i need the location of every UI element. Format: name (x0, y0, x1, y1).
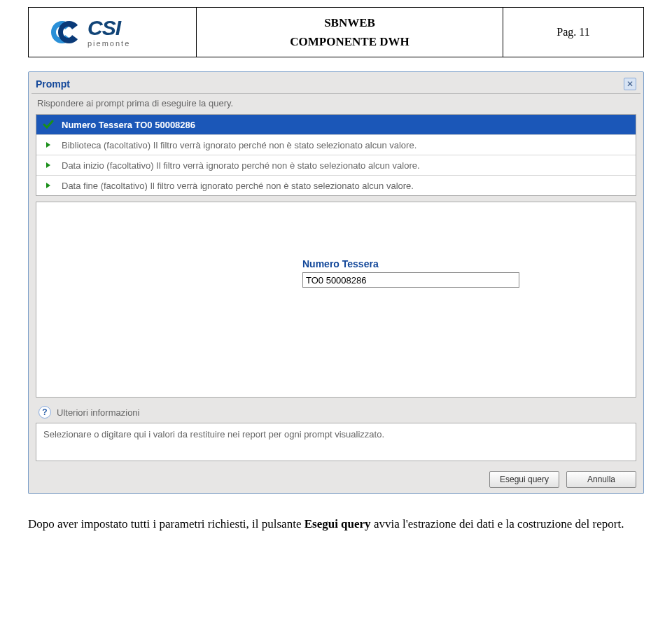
prompt-list: Numero Tessera TO0 50008286 Biblioteca (… (36, 114, 636, 196)
doc-title-cell: SBNWEB COMPONENTE DWH (197, 8, 503, 57)
close-button[interactable]: ✕ (624, 78, 636, 90)
hint-panel: Selezionare o digitare qui i valori da r… (36, 423, 636, 461)
check-icon (42, 118, 55, 131)
prompt-row-label: Biblioteca (facoltativo) Il filtro verrà… (62, 140, 416, 150)
prompt-row-label: Data fine (facoltativo) Il filtro verrà … (62, 181, 414, 191)
doc-title-line2: COMPONENTE DWH (290, 32, 409, 51)
prompt-row-label: Data inizio (facoltativo) Il filtro verr… (62, 160, 420, 171)
dialog-button-row: Esegui query Annulla (31, 467, 640, 491)
csi-logo-icon (50, 18, 83, 46)
arrow-icon (42, 159, 55, 171)
close-icon: ✕ (626, 79, 634, 89)
logo-name: CSI (88, 17, 130, 38)
csi-logo: CSI piemonte (50, 17, 130, 48)
logo-cell: CSI piemonte (29, 8, 197, 57)
more-info-toggle[interactable]: ? Ulteriori informazioni (36, 403, 636, 421)
caption-bold: Esegui query (304, 517, 371, 531)
caption-prefix: Dopo aver impostato tutti i parametri ri… (28, 517, 304, 531)
doc-title-line1: SBNWEB (324, 13, 375, 32)
logo-subtitle: piemonte (88, 40, 130, 48)
numero-tessera-input[interactable] (302, 272, 519, 288)
hint-text: Selezionare o digitare qui i valori da r… (43, 429, 384, 440)
more-info-label: Ulteriori informazioni (57, 407, 139, 418)
cancel-button[interactable]: Annulla (566, 471, 636, 488)
dialog-instruction: Rispondere ai prompt prima di eseguire l… (31, 94, 640, 113)
arrow-icon (42, 179, 55, 192)
prompt-detail-panel: Numero Tessera (36, 202, 636, 398)
field-label: Numero Tessera (302, 258, 636, 269)
dialog-titlebar: Prompt ✕ (31, 75, 640, 94)
help-icon: ? (38, 406, 51, 419)
caption-paragraph: Dopo aver impostato tutti i parametri ri… (28, 515, 644, 533)
page-number: Pag. 11 (556, 26, 589, 38)
prompt-dialog: Prompt ✕ Rispondere ai prompt prima di e… (28, 71, 644, 494)
page-header: CSI piemonte SBNWEB COMPONENTE DWH Pag. … (28, 7, 644, 57)
prompt-row-label: Numero Tessera TO0 50008286 (62, 120, 195, 130)
prompt-row[interactable]: Biblioteca (facoltativo) Il filtro verrà… (36, 135, 636, 155)
prompt-row[interactable]: Data inizio (facoltativo) Il filtro verr… (36, 155, 636, 176)
run-query-button[interactable]: Esegui query (489, 471, 559, 488)
prompt-row[interactable]: Data fine (facoltativo) Il filtro verrà … (36, 176, 636, 195)
prompt-row-selected[interactable]: Numero Tessera TO0 50008286 (36, 115, 636, 135)
caption-suffix: avvia l'estrazione dei dati e la costruz… (374, 517, 624, 531)
dialog-title: Prompt (36, 78, 70, 90)
page-number-cell: Pag. 11 (503, 8, 643, 57)
arrow-icon (42, 139, 55, 151)
